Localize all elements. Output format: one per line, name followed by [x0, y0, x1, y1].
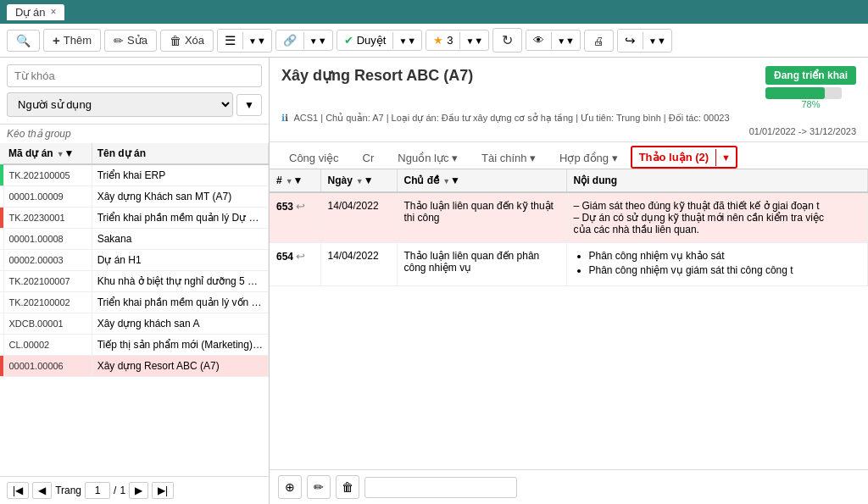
star-label: 3 — [447, 34, 453, 47]
project-name: Xây dựng Khách san MT (A7) — [92, 186, 268, 208]
search-input[interactable] — [7, 64, 262, 87]
approve-split-button[interactable]: Duyệt ▼ — [337, 30, 423, 51]
col-subject: Chủ đề ▼ — [397, 169, 566, 192]
project-name: Dự án H1 — [92, 250, 268, 271]
eye-split-button[interactable]: ▼ — [526, 30, 581, 51]
project-name: Triển khai ERP — [92, 164, 268, 186]
project-table: Mã dự án ▼ Tên dự án TK.202100005 — [0, 143, 269, 476]
eye-arrow-icon: ▼ — [557, 36, 575, 46]
project-meta: ℹ ACS1 | Chủ quản: A7 | Loại dự án: Đầu … — [281, 113, 856, 124]
star-arrow-icon: ▼ — [465, 36, 483, 46]
approve-arrow-icon: ▼ — [398, 36, 416, 46]
table-row[interactable]: TK.202100005 Triển khai ERP — [0, 164, 269, 186]
share-icon — [625, 33, 636, 48]
bottom-delete-button[interactable]: 🗑 — [336, 475, 359, 499]
table-row[interactable]: 00001.00006 Xây dựng Resort ABC (A7) — [0, 356, 269, 377]
main-content: Người sử dụng ▼ Kéo thả group Mã dự án ▼ — [0, 58, 868, 504]
page-separator: / — [114, 485, 116, 496]
reply-icon: ↩ — [296, 200, 305, 213]
bottom-search-input[interactable] — [364, 477, 517, 498]
info-icon: ℹ — [281, 113, 288, 123]
progress-label: 78% — [765, 99, 856, 109]
user-select-arrow[interactable]: ▼ — [236, 94, 262, 116]
num-filter-icon[interactable]: ▼ — [286, 174, 303, 186]
eye-icon — [533, 34, 544, 47]
disc-subject: Thảo luận liên quan đến phân công nhiệm … — [397, 243, 566, 286]
delete-button[interactable]: 🗑 Xóa — [160, 30, 214, 52]
menu-arrow-icon: ▼ — [248, 36, 266, 46]
bottom-add-button[interactable]: ⊕ — [278, 475, 302, 499]
project-code: TK.202100007 — [3, 271, 92, 292]
table-row[interactable]: TK.202100007 Khu nhà ở biệt thự nghỉ dưỡ… — [0, 271, 269, 292]
project-name: Triển khai phần mềm quản lý vốn bằng — [92, 292, 268, 313]
tab-item[interactable]: Công việc — [278, 147, 350, 169]
binoculars-button[interactable] — [7, 30, 40, 52]
last-page-button[interactable]: ▶| — [152, 482, 174, 499]
add-button[interactable]: Thêm — [43, 29, 101, 52]
col-date: Ngày ▼ — [320, 169, 397, 192]
disc-num: 654 ↩ — [270, 243, 320, 286]
table-row[interactable]: TK.20230001 Triển khai phần mềm quản lý … — [0, 208, 269, 229]
subject-filter-icon[interactable]: ▼ — [442, 174, 460, 186]
link-icon: 🔗 — [283, 34, 297, 47]
right-panel: Xây dựng Resort ABC (A7) Đang triển khai… — [270, 58, 868, 504]
next-page-button[interactable]: ▶ — [129, 482, 148, 499]
share-split-button[interactable]: ▼ — [617, 29, 672, 53]
plus-icon — [53, 33, 60, 47]
project-name: Xây dựng khách san A — [92, 313, 268, 335]
progress-bar — [765, 87, 842, 99]
discussion-row[interactable]: 654 ↩ 14/04/2022 Thảo luận liên quan đến… — [270, 243, 868, 286]
code-filter-icon[interactable]: ▼ — [57, 147, 75, 159]
bottom-edit-button[interactable]: ✏ — [307, 475, 331, 499]
tab-item[interactable]: Tài chính ▾ — [470, 147, 547, 169]
page-input[interactable] — [85, 482, 110, 499]
total-pages: 1 — [120, 485, 125, 496]
project-tab[interactable]: Dự án × — [7, 4, 64, 20]
menu-split-button[interactable]: ▼ — [217, 29, 272, 53]
prev-page-button[interactable]: ◀ — [32, 482, 52, 499]
table-row[interactable]: 00001.00008 Sakana — [0, 229, 269, 250]
tab-thao-luan[interactable]: Thảo luận (2) ▼ — [631, 146, 737, 169]
table-row[interactable]: XDCB.00001 Xây dựng khách san A — [0, 313, 269, 335]
project-name: Xây dựng Resort ABC (A7) — [92, 356, 268, 377]
disc-subject: Thảo luận liên quan đến kỹ thuật thi côn… — [397, 192, 566, 243]
reply-icon: ↩ — [296, 250, 305, 263]
tab-active-arrow[interactable]: ▼ — [715, 149, 736, 166]
date-filter-icon[interactable]: ▼ — [356, 174, 374, 186]
bottom-delete-icon: 🗑 — [342, 480, 353, 494]
edit-button[interactable]: ✏ Sửa — [104, 30, 157, 52]
link-split-button[interactable]: 🔗 ▼ — [275, 30, 333, 51]
user-select[interactable]: Người sử dụng — [7, 92, 233, 117]
edit-label: Sửa — [127, 34, 147, 47]
tab-item[interactable]: Nguồn lực ▾ — [387, 147, 469, 169]
project-code: TK.202100002 — [3, 292, 92, 313]
close-tab-button[interactable]: × — [50, 6, 56, 18]
project-code: 00001.00008 — [3, 229, 92, 250]
refresh-button[interactable] — [492, 28, 522, 53]
star-icon — [433, 34, 443, 47]
tab-item[interactable]: Hợp đồng ▾ — [548, 147, 629, 169]
link-arrow-icon: ▼ — [309, 36, 327, 46]
title-bar: Dự án × — [0, 0, 868, 24]
tab-label: Dự án — [15, 6, 45, 19]
project-dates: 01/01/2022 -> 31/12/2023 — [749, 126, 856, 136]
disc-num: 653 ↩ — [270, 192, 320, 243]
table-row[interactable]: TK.202100002 Triển khai phần mềm quản lý… — [0, 292, 269, 313]
table-row[interactable]: 00001.00009 Xây dựng Khách san MT (A7) — [0, 186, 269, 208]
disc-content: – Giám sát theo đúng kỹ thuật đã thiết k… — [566, 192, 868, 243]
discussion-row[interactable]: 653 ↩ 14/04/2022 Thảo luận liên quan đến… — [270, 192, 868, 243]
menu-icon — [225, 33, 236, 48]
print-button[interactable] — [584, 30, 614, 52]
tab-bar: Công việcCrNguồn lực ▾Tài chính ▾Hợp đồn… — [270, 142, 868, 169]
project-code: 00001.00009 — [3, 186, 92, 208]
check-icon — [344, 34, 353, 47]
tab-item[interactable]: Cr — [352, 147, 386, 169]
table-row[interactable]: 00002.00003 Dự án H1 — [0, 250, 269, 271]
table-row[interactable]: CL.00002 Tiếp thị sản phẩm mới (Marketin… — [0, 335, 269, 356]
trash-icon: 🗑 — [170, 34, 181, 47]
col-content: Nội dung — [566, 169, 868, 192]
first-page-button[interactable]: |◀ — [7, 482, 29, 499]
star-split-button[interactable]: 3 ▼ — [426, 30, 489, 51]
refresh-icon — [502, 32, 513, 48]
project-title: Xây dựng Resort ABC (A7) — [281, 66, 473, 85]
